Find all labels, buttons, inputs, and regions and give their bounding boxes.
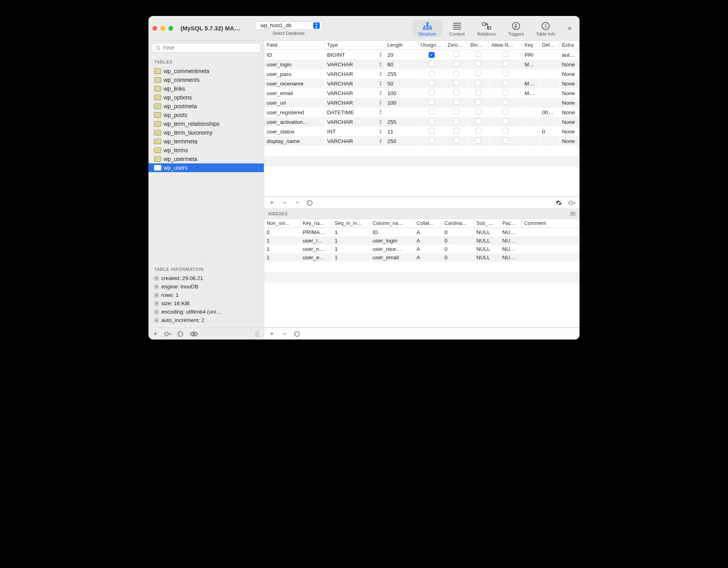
tab-content[interactable]: Content bbox=[442, 20, 472, 37]
field-extra-cell[interactable]: None bbox=[559, 88, 579, 98]
field-extra-cell[interactable]: None bbox=[559, 98, 579, 107]
field-key-cell[interactable] bbox=[522, 117, 540, 127]
checkbox[interactable] bbox=[502, 137, 508, 143]
field-type-cell[interactable]: VARCHAR▲▼ bbox=[324, 60, 385, 69]
field-zerofill-cell[interactable] bbox=[445, 88, 468, 98]
tab-triggers[interactable]: Triggers bbox=[501, 20, 531, 37]
indexes-column-header[interactable]: Pac… bbox=[500, 219, 522, 228]
checkbox[interactable] bbox=[453, 99, 459, 105]
field-extra-cell[interactable]: None bbox=[559, 107, 579, 117]
field-row[interactable]: user_urlVARCHAR▲▼100None bbox=[264, 98, 580, 107]
index-collation-cell[interactable]: A bbox=[414, 228, 442, 237]
sidebar-collapse-handle[interactable]: ||| bbox=[253, 330, 261, 338]
index-seq-cell[interactable]: 1 bbox=[332, 236, 370, 245]
index-column-cell[interactable]: user_nice… bbox=[370, 245, 414, 253]
filter-field[interactable] bbox=[152, 43, 261, 52]
field-allownull-cell[interactable] bbox=[489, 107, 522, 117]
field-binary-cell[interactable] bbox=[468, 50, 489, 60]
checkbox[interactable] bbox=[475, 51, 481, 57]
checkbox[interactable] bbox=[429, 118, 435, 124]
minimize-window-button[interactable] bbox=[160, 26, 165, 31]
checkbox[interactable] bbox=[453, 118, 459, 124]
field-key-cell[interactable] bbox=[522, 98, 540, 107]
checkbox[interactable] bbox=[429, 61, 435, 67]
field-unsigned-cell[interactable] bbox=[418, 88, 445, 98]
field-length-cell[interactable]: 100 bbox=[385, 98, 418, 107]
database-popup-button[interactable]: wp_host1_db ▲▼ bbox=[255, 21, 322, 30]
refresh-tables-button[interactable] bbox=[177, 331, 184, 337]
tab-structure[interactable]: Structure bbox=[413, 20, 442, 37]
indexes-column-header[interactable]: Comment bbox=[522, 219, 580, 228]
field-allownull-cell[interactable] bbox=[489, 79, 522, 88]
type-stepper-icon[interactable]: ▲▼ bbox=[379, 119, 382, 125]
field-length-cell[interactable]: 60 bbox=[385, 60, 418, 69]
checkbox[interactable] bbox=[502, 61, 508, 67]
field-binary-cell[interactable] bbox=[468, 117, 489, 127]
index-collation-cell[interactable]: A bbox=[414, 253, 442, 262]
index-nonunique-cell[interactable]: 0 bbox=[264, 228, 300, 237]
checkbox[interactable] bbox=[475, 128, 481, 134]
checkbox[interactable] bbox=[453, 137, 459, 143]
fields-more-menu[interactable] bbox=[568, 200, 576, 206]
field-zerofill-cell[interactable] bbox=[445, 69, 468, 79]
field-name-cell[interactable]: user_nicename bbox=[264, 79, 324, 88]
field-extra-cell[interactable]: None bbox=[559, 127, 579, 136]
checkbox[interactable] bbox=[502, 51, 508, 57]
fields-column-header[interactable]: Def… bbox=[539, 41, 559, 50]
checkbox[interactable]: ✓ bbox=[429, 52, 435, 58]
table-item[interactable]: wp_terms bbox=[148, 146, 264, 155]
field-length-cell[interactable]: 20 bbox=[385, 50, 418, 60]
field-unsigned-cell[interactable] bbox=[418, 60, 445, 69]
field-allownull-cell[interactable] bbox=[489, 69, 522, 79]
checkbox[interactable] bbox=[429, 109, 435, 115]
table-item[interactable]: wp_termmeta bbox=[148, 137, 264, 146]
field-key-cell[interactable] bbox=[522, 127, 540, 136]
tab-relations[interactable]: Relations bbox=[472, 20, 501, 37]
field-zerofill-cell[interactable] bbox=[445, 60, 468, 69]
filter-input[interactable] bbox=[163, 45, 257, 51]
field-allownull-cell[interactable] bbox=[489, 127, 522, 136]
field-binary-cell[interactable] bbox=[468, 79, 489, 88]
field-name-cell[interactable]: user_login bbox=[264, 60, 324, 69]
field-name-cell[interactable]: user_activation… bbox=[264, 117, 324, 127]
indexes-grid[interactable]: Non_uni…Key_na…Seq_in_in…Column_na…Colla… bbox=[264, 219, 580, 328]
fields-column-header[interactable]: Key bbox=[522, 41, 540, 50]
index-keyname-cell[interactable]: PRIMA… bbox=[300, 228, 332, 237]
type-stepper-icon[interactable]: ▲▼ bbox=[379, 109, 382, 115]
fields-column-header[interactable]: Allow N… bbox=[489, 41, 522, 50]
field-extra-cell[interactable]: None bbox=[559, 69, 579, 79]
field-zerofill-cell[interactable] bbox=[445, 127, 468, 136]
index-nonunique-cell[interactable]: 1 bbox=[264, 245, 300, 253]
indexes-column-header[interactable]: Collat… bbox=[414, 219, 442, 228]
field-row[interactable]: display_nameVARCHAR▲▼250None bbox=[264, 136, 580, 146]
index-seq-cell[interactable]: 1 bbox=[332, 228, 370, 237]
checkbox[interactable] bbox=[453, 61, 459, 67]
field-type-cell[interactable]: BIGINT▲▼ bbox=[324, 50, 385, 60]
field-name-cell[interactable]: display_name bbox=[264, 136, 324, 146]
checkbox[interactable] bbox=[475, 70, 481, 76]
indexes-column-header[interactable]: Key_na… bbox=[300, 219, 332, 228]
index-column-cell[interactable]: user_email bbox=[370, 253, 414, 262]
field-key-cell[interactable]: PRI bbox=[522, 50, 540, 60]
field-key-cell[interactable] bbox=[522, 136, 540, 146]
close-window-button[interactable] bbox=[152, 26, 157, 31]
index-row[interactable]: 1user_l…1user_loginA0NULLNU… bbox=[264, 236, 580, 245]
checkbox[interactable] bbox=[453, 89, 459, 95]
add-field-button[interactable]: ＋ bbox=[268, 199, 275, 207]
field-extra-cell[interactable]: None bbox=[559, 117, 579, 127]
index-cardinality-cell[interactable]: 0 bbox=[442, 253, 474, 262]
checkbox[interactable] bbox=[475, 61, 481, 67]
checkbox[interactable] bbox=[453, 128, 459, 134]
field-zerofill-cell[interactable] bbox=[445, 107, 468, 117]
type-stepper-icon[interactable]: ▲▼ bbox=[379, 138, 382, 144]
index-cardinality-cell[interactable]: 0 bbox=[442, 245, 474, 253]
fields-column-header[interactable]: Field bbox=[264, 41, 324, 50]
refresh-fields-button[interactable] bbox=[307, 200, 314, 206]
index-packed-cell[interactable]: NU… bbox=[500, 228, 522, 237]
field-type-cell[interactable]: VARCHAR▲▼ bbox=[324, 69, 385, 79]
field-default-cell[interactable]: 00… bbox=[539, 107, 559, 117]
field-default-cell[interactable] bbox=[539, 69, 559, 79]
index-row[interactable]: 0PRIMA…1IDA0NULLNU… bbox=[264, 228, 580, 237]
index-keyname-cell[interactable]: user_e… bbox=[300, 253, 332, 262]
field-extra-cell[interactable]: None bbox=[559, 60, 579, 69]
